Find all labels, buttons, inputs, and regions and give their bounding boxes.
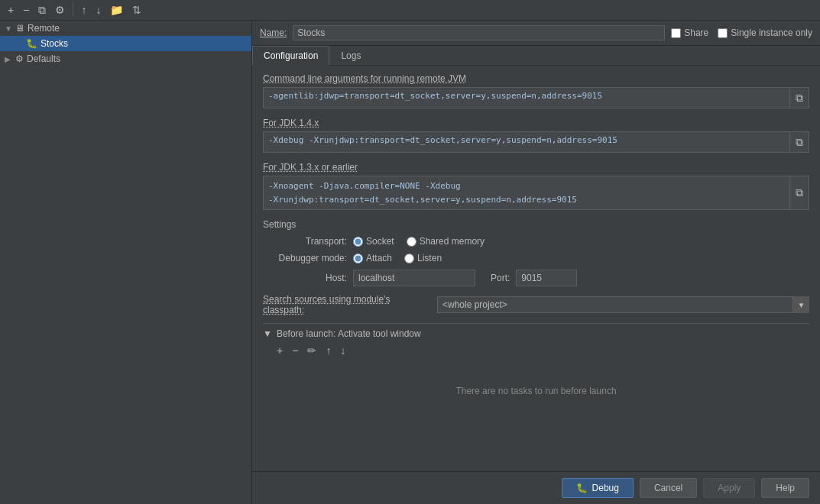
- debugger-mode-label: Debugger mode:: [263, 253, 347, 263]
- cmd-jdk13-row: -Xnoagent -Djava.compiler=NONE -Xdebug -…: [263, 176, 809, 210]
- transport-radio-group: Socket Shared memory: [353, 236, 485, 247]
- jdk13-label: For JDK 1.3.x or earlier: [263, 162, 809, 173]
- host-port-row: Host: Port:: [263, 270, 809, 286]
- sort-button[interactable]: ⇅: [129, 3, 144, 17]
- jdk14-label: For JDK 1.4.x: [263, 118, 809, 128]
- port-input[interactable]: [516, 270, 577, 286]
- single-instance-checkbox-label[interactable]: Single instance only: [718, 27, 812, 38]
- socket-radio-label[interactable]: Socket: [353, 236, 394, 247]
- name-checkboxes: Share Single instance only: [671, 27, 812, 38]
- tabs-row: Configuration Logs: [252, 46, 820, 66]
- remote-icon: 🖥: [15, 23, 24, 34]
- name-row: Name: Share Single instance only: [252, 21, 820, 46]
- debug-button[interactable]: 🐛 Debug: [562, 478, 634, 498]
- share-checkbox-label[interactable]: Share: [671, 27, 708, 38]
- before-launch-title: Before launch: Activate tool window: [277, 328, 421, 339]
- attach-radio-label[interactable]: Attach: [353, 253, 392, 263]
- before-launch-toolbar: + − ✏ ↑ ↓: [263, 342, 809, 360]
- before-launch-movedown-button[interactable]: ↓: [337, 344, 348, 357]
- transport-row: Transport: Socket Shared memory: [263, 236, 809, 247]
- port-label: Port:: [491, 273, 510, 283]
- expand-arrow-defaults: ▶: [5, 55, 12, 63]
- tree-item-defaults[interactable]: ▶ ⚙ Defaults: [0, 51, 251, 66]
- add-config-button[interactable]: +: [5, 3, 17, 17]
- cmd-jdk14-input[interactable]: -Xdebug -Xrunjdwp:transport=dt_socket,se…: [263, 131, 789, 153]
- name-input[interactable]: [293, 25, 665, 40]
- tree-item-remote[interactable]: ▼ 🖥 Remote: [0, 21, 251, 36]
- config-content: Command line arguments for running remot…: [252, 66, 820, 471]
- cmd-jvm-copy-button[interactable]: ⧉: [789, 87, 809, 108]
- listen-radio-label[interactable]: Listen: [404, 253, 442, 263]
- toolbar: + − ⧉ ⚙ ↑ ↓ 📁 ⇅: [0, 0, 820, 21]
- before-launch-edit-button[interactable]: ✏: [304, 344, 319, 357]
- cmd-jvm-input[interactable]: -agentlib:jdwp=transport=dt_socket,serve…: [263, 87, 789, 108]
- stocks-label: Stocks: [41, 38, 68, 49]
- shared-memory-radio-label[interactable]: Shared memory: [407, 236, 485, 247]
- remote-label: Remote: [28, 23, 60, 34]
- before-launch-moveup-button[interactable]: ↑: [322, 344, 334, 357]
- search-row: Search sources using module's classpath:…: [263, 294, 809, 315]
- cmd-jdk13-input[interactable]: -Xnoagent -Djava.compiler=NONE -Xdebug -…: [263, 176, 789, 210]
- before-launch-collapse-icon: ▼: [263, 328, 272, 339]
- toolbar-divider-1: [73, 3, 73, 17]
- move-up-button[interactable]: ↑: [78, 3, 89, 17]
- before-launch-header[interactable]: ▼ Before launch: Activate tool window: [263, 324, 809, 342]
- folder-button[interactable]: 📁: [107, 3, 126, 17]
- move-down-button[interactable]: ↓: [92, 3, 104, 17]
- before-launch-section: ▼ Before launch: Activate tool window + …: [263, 323, 809, 422]
- debugger-mode-radio-group: Attach Listen: [353, 253, 442, 263]
- cmd-jdk14-copy-button[interactable]: ⧉: [789, 131, 809, 153]
- bottom-bar: 🐛 Debug Cancel Apply Help: [252, 471, 820, 504]
- before-launch-add-button[interactable]: +: [274, 344, 286, 357]
- settings-config-button[interactable]: ⚙: [52, 3, 68, 17]
- tab-configuration[interactable]: Configuration: [252, 46, 329, 66]
- search-select[interactable]: <whole project>: [437, 296, 809, 313]
- cmd-jvm-row: -agentlib:jdwp=transport=dt_socket,serve…: [263, 87, 809, 108]
- main-content: ▼ 🖥 Remote 🐛 Stocks ▶ ⚙ Defaults Name: S…: [0, 21, 820, 504]
- settings-title: Settings: [263, 219, 809, 230]
- host-label: Host:: [263, 273, 347, 283]
- left-panel: ▼ 🖥 Remote 🐛 Stocks ▶ ⚙ Defaults: [0, 21, 252, 504]
- defaults-icon: ⚙: [15, 53, 24, 64]
- listen-radio[interactable]: [404, 254, 414, 263]
- shared-memory-radio[interactable]: [407, 237, 416, 247]
- debugger-mode-row: Debugger mode: Attach Listen: [263, 253, 809, 263]
- socket-radio[interactable]: [353, 237, 363, 247]
- tree-item-stocks[interactable]: 🐛 Stocks: [0, 36, 251, 51]
- help-button[interactable]: Help: [761, 478, 809, 498]
- cmd-jvm-label: Command line arguments for running remot…: [263, 73, 809, 84]
- transport-label: Transport:: [263, 236, 347, 247]
- settings-section: Settings Transport: Socket Shared memory: [263, 219, 809, 286]
- debug-icon: 🐛: [576, 483, 588, 493]
- expand-arrow-remote: ▼: [5, 24, 12, 33]
- tab-logs[interactable]: Logs: [329, 46, 372, 66]
- before-launch-remove-button[interactable]: −: [289, 344, 301, 357]
- copy-config-button[interactable]: ⧉: [35, 3, 49, 17]
- defaults-label: Defaults: [27, 53, 60, 64]
- search-label: Search sources using module's classpath:: [263, 294, 431, 315]
- single-instance-checkbox[interactable]: [718, 28, 728, 38]
- search-select-wrapper: <whole project> ▼: [437, 296, 809, 313]
- before-launch-empty: There are no tasks to run before launch: [263, 360, 809, 422]
- right-panel: Name: Share Single instance only Configu…: [252, 21, 820, 504]
- attach-radio[interactable]: [353, 254, 363, 263]
- cmd-jdk14-row: -Xdebug -Xrunjdwp:transport=dt_socket,se…: [263, 131, 809, 153]
- stocks-icon: 🐛: [26, 38, 37, 49]
- cmd-jdk13-copy-button[interactable]: ⧉: [789, 176, 809, 210]
- cancel-button[interactable]: Cancel: [640, 478, 697, 498]
- name-field-label: Name:: [260, 27, 287, 38]
- share-checkbox[interactable]: [671, 28, 681, 38]
- host-input[interactable]: [353, 270, 475, 286]
- apply-button[interactable]: Apply: [703, 478, 755, 498]
- remove-config-button[interactable]: −: [20, 3, 32, 17]
